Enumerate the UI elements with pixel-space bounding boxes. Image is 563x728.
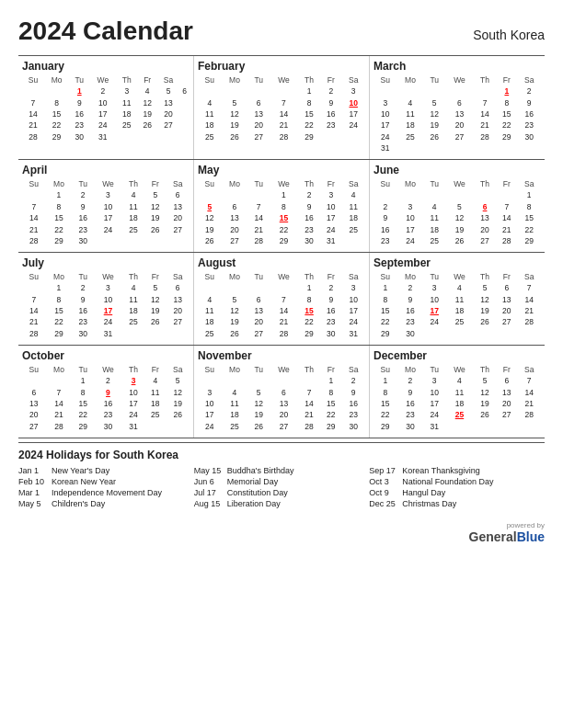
cal-day-cell: 7 (496, 201, 517, 212)
cal-day-cell: 7 (517, 375, 541, 386)
cal-day-cell: 13 (496, 386, 517, 397)
cal-day-cell: 10 (341, 97, 365, 108)
cal-day-cell: 10 (122, 386, 144, 397)
cal-header-cell: Sa (341, 74, 365, 85)
cal-day-cell: 21 (22, 223, 46, 234)
cal-day-cell: 12 (137, 97, 157, 108)
cal-day-cell: 23 (72, 223, 94, 234)
cal-table-august: SuMoTuWeThFrSa12345678910111213141516171… (198, 271, 365, 339)
cal-day-cell: 1 (298, 282, 320, 293)
cal-header-cell: Th (298, 364, 320, 375)
cal-header-cell: Fr (320, 74, 341, 85)
cal-header-cell: We (270, 271, 298, 282)
cal-day-cell: 27 (474, 235, 496, 246)
cal-day-cell: 9 (69, 97, 89, 108)
cal-day-cell: 8 (270, 201, 298, 212)
cal-day-cell: 21 (517, 305, 541, 316)
cal-day-cell: 26 (198, 235, 222, 246)
cal-day-cell: 14 (46, 398, 73, 409)
cal-day-cell: 11 (423, 212, 445, 223)
cal-day-cell: 18 (116, 108, 137, 119)
holiday-date: Jun 6 (194, 477, 224, 486)
cal-header-cell: Su (22, 74, 44, 85)
month-block-september: SeptemberSuMoTuWeThFrSa12345678910111213… (370, 253, 545, 345)
cal-day-cell: 20 (496, 305, 517, 316)
cal-day-cell: 26 (445, 235, 474, 246)
cal-day-cell: 24 (397, 235, 424, 246)
holiday-date: Oct 3 (369, 477, 398, 486)
cal-day-cell: 13 (247, 305, 270, 316)
cal-day-cell (341, 235, 365, 246)
cal-day-cell: 11 (198, 108, 222, 119)
cal-day-cell (198, 189, 222, 200)
cal-day-cell: 14 (474, 108, 496, 119)
cal-header-cell: Th (116, 74, 137, 85)
cal-day-cell (22, 375, 46, 386)
cal-day-cell: 1 (320, 375, 341, 386)
cal-day-cell: 24 (423, 316, 445, 327)
holiday-name: Christmas Day (402, 499, 456, 508)
cal-day-cell: 15 (320, 398, 341, 409)
cal-day-cell: 2 (94, 375, 122, 386)
cal-day-cell: 9 (397, 294, 424, 305)
cal-day-cell: 26 (137, 119, 157, 131)
cal-day-cell: 19 (166, 398, 190, 409)
cal-day-cell: 2 (397, 375, 424, 386)
cal-day-cell: 3 (423, 282, 445, 293)
cal-day-cell: 2 (320, 85, 341, 97)
cal-header-cell: Fr (137, 74, 157, 85)
holiday-item: Feb 10Korean New Year (18, 477, 194, 486)
cal-day-cell: 5 (474, 282, 496, 293)
cal-day-cell: 4 (198, 294, 222, 305)
cal-day-cell: 28 (270, 328, 298, 339)
cal-day-cell: 22 (496, 119, 517, 131)
cal-header-cell: Fr (144, 178, 166, 189)
cal-day-cell: 9 (517, 97, 541, 108)
holiday-date: Aug 15 (194, 499, 224, 508)
cal-day-cell: 13 (166, 294, 190, 305)
cal-day-cell: 20 (157, 108, 179, 119)
cal-table-june: SuMoTuWeThFrSa12345678910111213141516171… (373, 178, 541, 246)
cal-day-cell: 9 (373, 212, 397, 223)
cal-day-cell: 6 (247, 97, 270, 108)
cal-day-cell: 18 (445, 398, 474, 409)
holiday-item: Sep 17Korean Thanksgiving (369, 466, 545, 475)
cal-day-cell: 21 (474, 119, 496, 131)
holiday-name: New Year's Day (52, 466, 109, 475)
cal-header-cell: We (270, 74, 298, 85)
cal-header-cell: Tu (247, 178, 270, 189)
cal-header-cell: Sa (341, 178, 365, 189)
cal-day-cell: 16 (72, 212, 94, 223)
cal-day-cell: 14 (517, 386, 541, 397)
cal-day-cell (222, 85, 248, 97)
cal-day-cell: 22 (298, 316, 320, 327)
cal-day-cell: 26 (166, 409, 190, 420)
quarter-row-1: JanuarySuMoTuWeThFrSa1234567891011121314… (18, 55, 545, 159)
cal-day-cell: 14 (517, 294, 541, 305)
cal-day-cell: 12 (247, 398, 270, 409)
cal-day-cell (270, 85, 298, 97)
quarter-row-3: JulySuMoTuWeThFrSa1234567891011121314151… (18, 252, 545, 345)
cal-header-cell: Sa (166, 364, 190, 375)
cal-header-cell: Su (22, 178, 46, 189)
cal-day-cell: 21 (22, 316, 46, 327)
cal-day-cell: 29 (270, 235, 298, 246)
cal-day-cell: 26 (222, 328, 248, 339)
cal-day-cell: 23 (341, 409, 365, 420)
cal-header-cell: We (445, 271, 474, 282)
cal-day-cell: 19 (222, 316, 248, 327)
cal-day-cell: 25 (397, 131, 424, 142)
cal-day-cell (517, 142, 541, 154)
cal-day-cell: 3 (341, 85, 365, 97)
cal-day-cell: 3 (423, 375, 445, 386)
cal-day-cell (298, 375, 320, 386)
cal-header-cell: Mo (222, 178, 248, 189)
cal-day-cell: 10 (94, 201, 122, 212)
cal-day-cell (122, 235, 144, 246)
cal-day-cell (247, 375, 270, 386)
cal-day-cell: 5 (198, 201, 222, 212)
cal-day-cell: 23 (72, 316, 94, 327)
cal-day-cell: 9 (320, 97, 341, 108)
cal-header-cell: Fr (496, 271, 517, 282)
cal-day-cell: 17 (89, 108, 116, 119)
